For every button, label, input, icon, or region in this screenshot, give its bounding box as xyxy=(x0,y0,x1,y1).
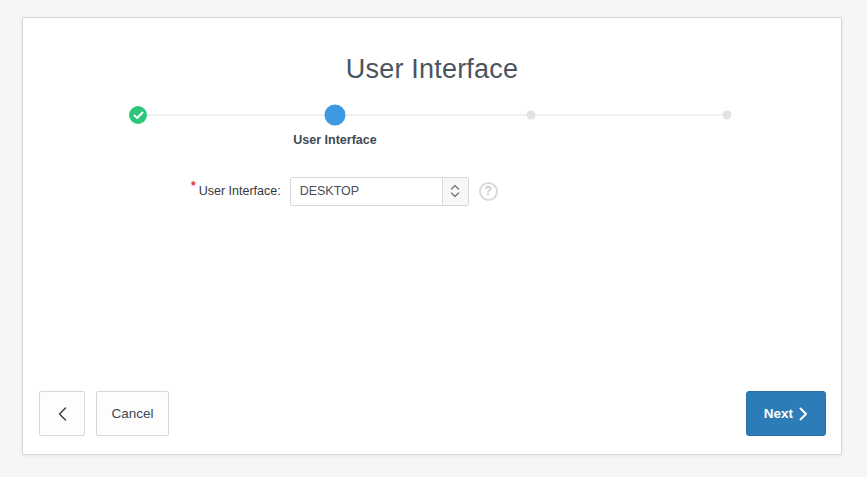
select-spinner[interactable] xyxy=(442,178,468,205)
wizard-card: User Interface User Interface * User Int… xyxy=(22,17,842,455)
user-interface-select-value: DESKTOP xyxy=(291,178,442,205)
required-marker: * xyxy=(191,179,196,193)
user-interface-field-label: User Interface: xyxy=(199,184,281,198)
wizard-step-2-current[interactable] xyxy=(325,105,346,126)
chevron-right-icon xyxy=(799,407,808,421)
next-button[interactable]: Next xyxy=(746,391,826,436)
wizard-step-4-pending xyxy=(723,111,732,120)
user-interface-select[interactable]: DESKTOP xyxy=(290,177,469,206)
next-button-label: Next xyxy=(764,406,793,421)
page-title: User Interface xyxy=(23,54,841,85)
help-icon[interactable]: ? xyxy=(479,182,498,201)
wizard-progress-line xyxy=(138,114,727,116)
back-button[interactable] xyxy=(39,391,85,436)
checkmark-icon xyxy=(133,111,144,120)
wizard-step-3-pending xyxy=(527,111,536,120)
cancel-button[interactable]: Cancel xyxy=(96,391,169,436)
cancel-button-label: Cancel xyxy=(111,406,153,421)
current-step-label: User Interface xyxy=(293,133,376,147)
chevron-left-icon xyxy=(57,406,68,422)
up-down-chevrons-icon xyxy=(450,183,460,199)
wizard-step-1-complete[interactable] xyxy=(129,106,147,124)
user-interface-form-row: * User Interface: DESKTOP ? xyxy=(191,176,498,206)
